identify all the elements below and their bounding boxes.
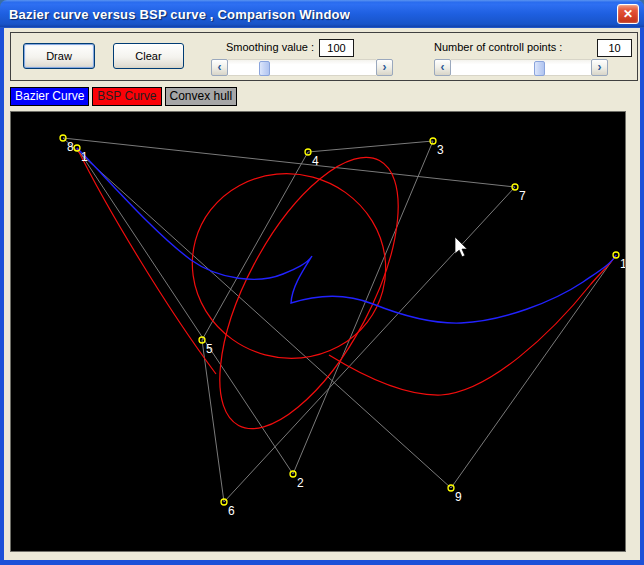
chevron-left-icon: ‹ bbox=[218, 60, 222, 74]
scroll-left-button[interactable]: ‹ bbox=[211, 59, 228, 76]
mouse-cursor-icon bbox=[455, 237, 469, 258]
close-button[interactable]: ✕ bbox=[617, 4, 639, 24]
scroll-right-button[interactable]: › bbox=[376, 59, 393, 76]
smoothing-scrollbar[interactable]: ‹ › bbox=[211, 59, 393, 76]
svg-text:7: 7 bbox=[519, 189, 526, 203]
control-points-scrollbar[interactable]: ‹ › bbox=[434, 59, 608, 76]
scroll-thumb[interactable] bbox=[534, 61, 545, 76]
control-points-label: Number of controll points : bbox=[434, 41, 562, 53]
legend-bsp-curve: BSP Curve bbox=[92, 87, 161, 106]
svg-text:2: 2 bbox=[297, 476, 304, 490]
close-icon: ✕ bbox=[623, 7, 633, 21]
smoothing-input[interactable] bbox=[319, 39, 354, 57]
svg-text:9: 9 bbox=[455, 490, 462, 504]
svg-text:8: 8 bbox=[67, 140, 74, 154]
draw-button[interactable]: Draw bbox=[23, 43, 95, 69]
control-points-input[interactable] bbox=[597, 39, 632, 57]
legend-convex-hull: Convex hull bbox=[165, 87, 238, 106]
svg-text:4: 4 bbox=[312, 154, 319, 168]
scroll-right-button[interactable]: › bbox=[591, 59, 608, 76]
chevron-right-icon: › bbox=[598, 60, 602, 74]
window-title: Bazier curve versus BSP curve , Comparis… bbox=[0, 7, 350, 22]
scroll-thumb[interactable] bbox=[259, 61, 270, 76]
svg-text:6: 6 bbox=[228, 504, 235, 518]
svg-text:10: 10 bbox=[620, 257, 625, 271]
drawing-canvas[interactable]: 12345678910 bbox=[10, 111, 626, 552]
smoothing-label: Smoothing value : bbox=[226, 41, 314, 53]
toolbar-panel: Draw Clear Smoothing value : ‹ › Number … bbox=[10, 32, 638, 81]
window-body: Draw Clear Smoothing value : ‹ › Number … bbox=[0, 28, 644, 565]
titlebar[interactable]: Bazier curve versus BSP curve , Comparis… bbox=[0, 0, 644, 28]
clear-button[interactable]: Clear bbox=[113, 43, 184, 69]
svg-text:1: 1 bbox=[81, 150, 88, 164]
legend-bazier-curve: Bazier Curve bbox=[10, 87, 89, 106]
scroll-left-button[interactable]: ‹ bbox=[434, 59, 451, 76]
legend: Bazier Curve BSP Curve Convex hull bbox=[10, 87, 237, 106]
chevron-right-icon: › bbox=[383, 60, 387, 74]
app-window: Bazier curve versus BSP curve , Comparis… bbox=[0, 0, 644, 565]
chevron-left-icon: ‹ bbox=[441, 60, 445, 74]
svg-text:3: 3 bbox=[437, 143, 444, 157]
scroll-track[interactable] bbox=[228, 59, 376, 76]
scroll-track[interactable] bbox=[451, 59, 591, 76]
svg-text:5: 5 bbox=[206, 342, 213, 356]
curves-plot: 12345678910 bbox=[11, 112, 625, 551]
